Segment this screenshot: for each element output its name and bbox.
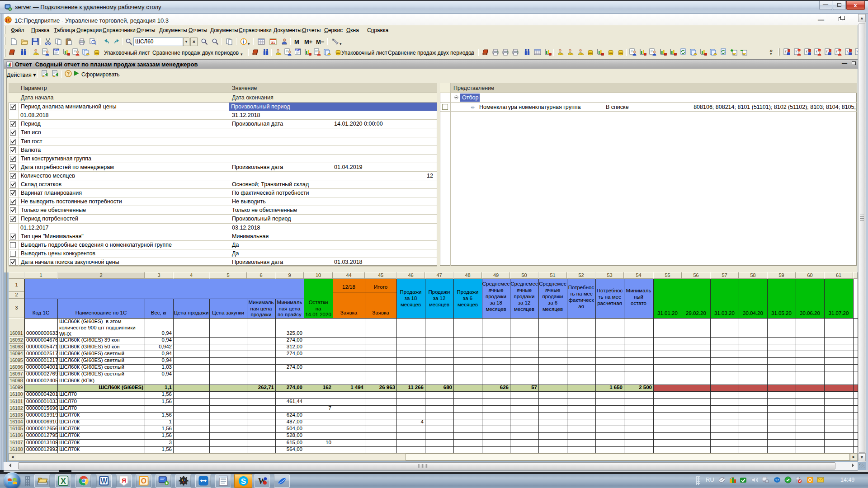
- svg-text:1C: 1C: [5, 17, 11, 23]
- svg-text:O: O: [808, 478, 812, 483]
- svg-text:rs: rs: [9, 8, 11, 11]
